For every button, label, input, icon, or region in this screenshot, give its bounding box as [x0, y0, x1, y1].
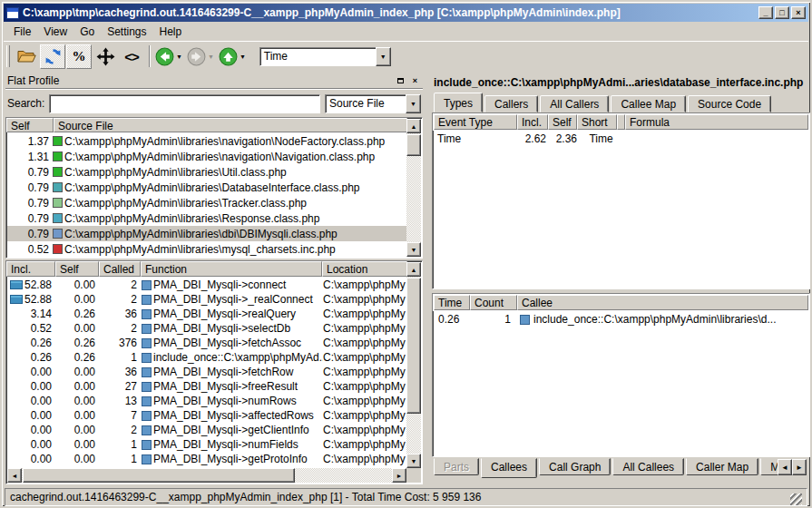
scroll-up-icon[interactable]: ▲ [406, 262, 421, 277]
search-input[interactable] [49, 94, 320, 113]
tab[interactable]: Source Code [688, 95, 771, 112]
tab[interactable]: All Callers [540, 95, 609, 112]
grouping-combobox[interactable]: Source File ▼ [325, 94, 421, 113]
column-header-self[interactable]: Self [55, 261, 99, 277]
tab[interactable]: Callees [481, 458, 537, 478]
up-button-group[interactable]: ▼ [219, 47, 246, 66]
column-header-callee[interactable]: Callee [517, 295, 808, 310]
table-row[interactable]: 0.79 C:\xampp\phpMyAdmin\libraries\Respo… [7, 210, 406, 226]
expand-cost-items-button[interactable] [93, 44, 118, 69]
scroll-down-icon[interactable]: ▼ [406, 242, 421, 257]
column-header-blank[interactable] [617, 114, 625, 130]
table-row[interactable]: 0.26 0.26 1 include_once::C:\xampp\phpMy… [7, 350, 406, 365]
column-header-source-file[interactable]: Source File [54, 118, 407, 132]
toolbar-grip[interactable] [6, 45, 10, 67]
table-row[interactable]: 1.31 C:\xampp\phpMyAdmin\libraries\navig… [7, 149, 406, 164]
self-cost-cell: 0.52 [7, 243, 53, 256]
table-row[interactable]: 0.79 C:\xampp\phpMyAdmin\libraries\Datab… [7, 180, 406, 195]
tab[interactable]: Call Graph [539, 458, 611, 475]
table-row[interactable]: 0.52 C:\xampp\phpMyAdmin\libraries\mysql… [7, 241, 406, 257]
grouping-value: Source File [325, 94, 406, 113]
column-header-incl[interactable]: Incl. [6, 261, 55, 277]
table-row[interactable]: 1.37 C:\xampp\phpMyAdmin\libraries\navig… [7, 133, 406, 149]
source-file-path: C:\xampp\phpMyAdmin\libraries\DatabaseIn… [64, 181, 360, 194]
function-cell: PMA_DBI_Mysqli->freeResult [142, 380, 323, 393]
tab[interactable]: Caller Map [686, 458, 758, 475]
table-row[interactable]: 0.26 0.26 376 PMA_DBI_Mysqli->fetchAssoc… [7, 336, 406, 350]
forward-button-group[interactable]: ▼ [187, 47, 214, 66]
column-header-location[interactable]: Location [322, 261, 407, 277]
scroll-down-icon[interactable]: ▼ [406, 454, 421, 468]
function-list-vscrollbar[interactable]: ▲ ▼ [406, 262, 421, 468]
title-bar[interactable]: C:\xampp\tmp\cachegrind.out.1416463299-C… [4, 4, 808, 22]
minimize-button[interactable]: _ [758, 6, 773, 19]
event-type-combobox[interactable]: Time ▼ [259, 47, 391, 66]
back-dropdown-icon[interactable]: ▼ [176, 54, 182, 60]
table-row[interactable]: 0.26 1 include_once::C:\xampp\phpMyAdmin… [433, 311, 809, 327]
scroll-right-icon[interactable]: ► [392, 468, 406, 483]
scroll-thumb[interactable] [23, 468, 295, 483]
column-header-self[interactable]: Self [548, 114, 577, 130]
column-header-self[interactable]: Self [6, 118, 54, 132]
table-row[interactable]: 0.00 0.00 13 PMA_DBI_Mysqli->numRows C:\… [7, 394, 406, 408]
close-button[interactable]: × [791, 6, 806, 19]
column-header-function[interactable]: Function [141, 261, 322, 277]
dock-float-button[interactable] [395, 75, 406, 86]
column-header-incl[interactable]: Incl. [517, 114, 548, 130]
called-count-cell: 1 [100, 438, 142, 451]
menu-item[interactable]: File [7, 23, 37, 41]
menu-item[interactable]: View [37, 23, 73, 41]
table-row[interactable]: 0.00 0.00 2 PMA_DBI_Mysqli->getClientInf… [7, 423, 406, 437]
table-row[interactable]: 52.88 0.00 2 PMA_DBI_Mysqli->_realConnec… [7, 292, 406, 307]
menu-item[interactable]: Help [153, 23, 189, 41]
tab[interactable]: Types [434, 93, 483, 112]
tab[interactable]: All Callees [612, 458, 684, 475]
flat-profile-dock-titlebar[interactable]: Flat Profile × [5, 74, 423, 90]
column-header-short[interactable]: Short [577, 114, 617, 130]
function-list-hscrollbar[interactable]: ◄ ► [7, 468, 406, 483]
source-file-path: C:\xampp\phpMyAdmin\libraries\dbi\DBIMys… [64, 228, 338, 240]
table-row[interactable]: 0.79 C:\xampp\phpMyAdmin\libraries\Util.… [7, 164, 406, 180]
event-types-pane: Event Type Incl. Self Short Formula Time… [432, 112, 810, 289]
event-type-dropdown-icon[interactable]: ▼ [376, 47, 391, 66]
percent-toggle-button[interactable]: % [66, 44, 92, 69]
file-list-vscrollbar[interactable]: ▲ ▼ [406, 119, 421, 257]
table-row[interactable]: 0.00 0.00 1 PMA_DBI_Mysqli->numFields C:… [7, 437, 406, 452]
resize-grip[interactable] [790, 493, 802, 505]
column-header-time[interactable]: Time [434, 295, 470, 310]
menu-item[interactable]: Go [73, 23, 101, 41]
table-row[interactable]: 0.52 0.00 2 PMA_DBI_Mysqli->selectDb C:\… [7, 321, 406, 336]
table-row[interactable]: 52.88 0.00 2 PMA_DBI_Mysqli->connect C:\… [7, 278, 406, 292]
column-header-event-type[interactable]: Event Type [434, 114, 517, 130]
tab-scroll-right-icon[interactable]: ► [792, 459, 807, 475]
table-row[interactable]: 0.00 0.00 36 PMA_DBI_Mysqli->fetchRow C:… [7, 365, 406, 379]
table-row[interactable]: 0.79 C:\xampp\phpMyAdmin\libraries\Track… [7, 195, 406, 210]
back-button-group[interactable]: ▼ [155, 47, 182, 66]
scroll-thumb[interactable] [406, 278, 421, 414]
column-header-formula[interactable]: Formula [625, 114, 808, 130]
table-row[interactable]: 0.00 0.00 27 PMA_DBI_Mysqli->freeResult … [7, 379, 406, 394]
open-file-button[interactable] [14, 44, 39, 69]
cycle-detection-button[interactable]: <> [119, 44, 144, 69]
table-row[interactable]: 0.00 0.00 1 PMA_DBI_Mysqli->getProtoInfo… [7, 452, 406, 466]
table-row[interactable]: 3.14 0.26 36 PMA_DBI_Mysqli->realQuery C… [7, 307, 406, 321]
refresh-button[interactable] [40, 44, 65, 69]
tab[interactable]: Callers [484, 95, 538, 112]
scroll-thumb[interactable] [406, 134, 421, 156]
called-count-cell: 13 [100, 395, 142, 407]
dock-close-button[interactable]: × [409, 75, 421, 86]
column-header-count[interactable]: Count [470, 295, 517, 310]
up-dropdown-icon[interactable]: ▼ [240, 54, 246, 60]
tab[interactable]: Callee Map [611, 95, 686, 112]
table-row[interactable]: 0.00 0.00 7 PMA_DBI_Mysqli->affectedRows… [7, 408, 406, 423]
scroll-left-icon[interactable]: ◄ [7, 468, 22, 483]
maximize-button[interactable]: □ [775, 6, 789, 19]
column-header-called[interactable]: Called [99, 261, 141, 277]
table-row[interactable]: 0.79 C:\xampp\phpMyAdmin\libraries\dbi\D… [7, 226, 406, 241]
table-row[interactable]: Time 2.62 2.36 Time [433, 131, 809, 147]
grouping-dropdown-icon[interactable]: ▼ [406, 94, 421, 113]
tab-scroll-left-icon[interactable]: ◄ [778, 459, 792, 475]
scroll-up-icon[interactable]: ▲ [406, 119, 421, 133]
tab[interactable]: Parts [434, 458, 479, 475]
menu-item[interactable]: Settings [101, 23, 152, 41]
